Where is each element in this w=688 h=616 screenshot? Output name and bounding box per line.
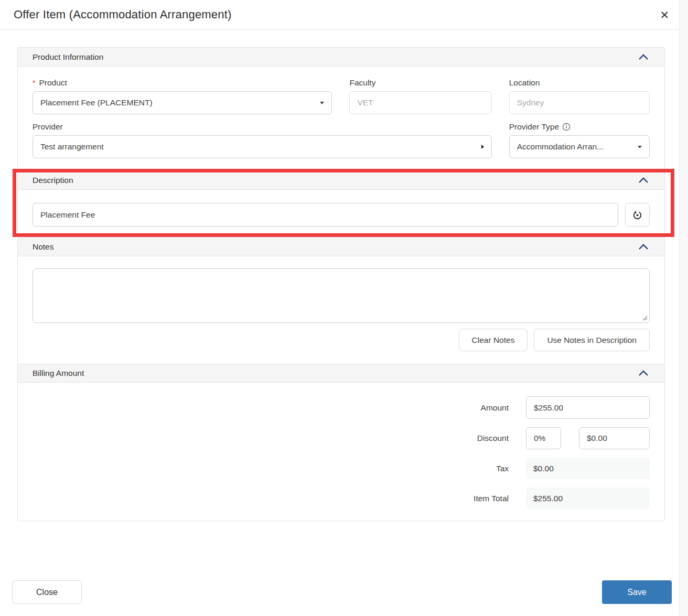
info-icon	[562, 123, 571, 131]
section-header-product-information: Product Information	[18, 48, 664, 67]
faculty-label: Faculty	[349, 78, 491, 88]
section-title: Notes	[33, 242, 54, 252]
product-select-value: Placement Fee (PLACEMENT)	[40, 98, 153, 107]
section-header-description: Description	[18, 171, 664, 190]
form-panel: Product Information *Product Placement F…	[17, 47, 665, 521]
product-information-body: *Product Placement Fee (PLACEMENT) Facul…	[18, 67, 664, 171]
provider-type-label: Provider Type	[509, 122, 650, 132]
discount-percent-input[interactable]	[526, 427, 561, 449]
modal-title: Offer Item (Accommodation Arrangement)	[14, 8, 232, 21]
tax-value: $0.00	[526, 458, 650, 479]
section-header-billing-amount: Billing Amount	[18, 364, 664, 383]
faculty-field	[349, 91, 491, 114]
collapse-description-button[interactable]	[637, 176, 650, 185]
description-input[interactable]	[33, 203, 618, 226]
required-marker: *	[33, 79, 35, 87]
billing-body: Amount Discount Tax $0.00 Item Total $25…	[18, 383, 664, 521]
page-scrollbar[interactable]	[679, 0, 688, 616]
location-label: Location	[509, 78, 650, 88]
location-field	[509, 91, 650, 114]
modal-footer: Close Save	[12, 580, 672, 604]
collapse-notes-button[interactable]	[637, 243, 650, 251]
modal-header: Offer Item (Accommodation Arrangement) ✕	[0, 0, 688, 30]
clear-notes-button[interactable]: Clear Notes	[459, 329, 528, 351]
collapse-billing-amount-button[interactable]	[637, 369, 650, 377]
chevron-up-icon	[638, 244, 649, 250]
use-notes-in-description-button[interactable]: Use Notes in Description	[534, 329, 650, 351]
item-total-value: $255.00	[526, 488, 650, 509]
chevron-down-icon	[320, 102, 324, 104]
reset-description-button[interactable]	[625, 203, 650, 226]
provider-type-select-value: Accommodation Arran...	[517, 142, 604, 152]
discount-label: Discount	[477, 434, 509, 443]
collapse-product-information-button[interactable]	[637, 53, 650, 61]
amount-input[interactable]	[526, 396, 650, 419]
section-title: Billing Amount	[33, 369, 84, 378]
close-button[interactable]: Close	[12, 580, 82, 604]
chevron-down-icon	[638, 146, 642, 148]
chevron-up-icon	[638, 177, 649, 183]
section-header-notes: Notes	[18, 237, 664, 256]
tax-label: Tax	[496, 464, 509, 473]
product-select[interactable]: Placement Fee (PLACEMENT)	[33, 91, 332, 114]
provider-picker-value: Test arrangement	[40, 142, 104, 152]
description-body	[18, 190, 664, 237]
notes-textarea[interactable]	[33, 268, 650, 323]
chevron-up-icon	[638, 370, 649, 376]
item-total-label: Item Total	[474, 494, 509, 503]
section-title: Product Information	[33, 52, 103, 62]
save-button[interactable]: Save	[602, 580, 672, 604]
provider-label: Provider	[33, 122, 492, 132]
amount-label: Amount	[481, 403, 509, 413]
section-title: Description	[33, 176, 73, 185]
product-label: *Product	[33, 78, 332, 88]
arrow-right-icon	[481, 145, 484, 149]
notes-body: Clear Notes Use Notes in Description	[18, 256, 664, 364]
discount-amount-input[interactable]	[579, 427, 650, 449]
restore-icon	[631, 209, 643, 221]
provider-type-select[interactable]: Accommodation Arran...	[509, 135, 650, 158]
close-icon[interactable]: ✕	[657, 7, 672, 23]
provider-picker[interactable]: Test arrangement	[33, 135, 492, 158]
chevron-up-icon	[638, 54, 649, 60]
